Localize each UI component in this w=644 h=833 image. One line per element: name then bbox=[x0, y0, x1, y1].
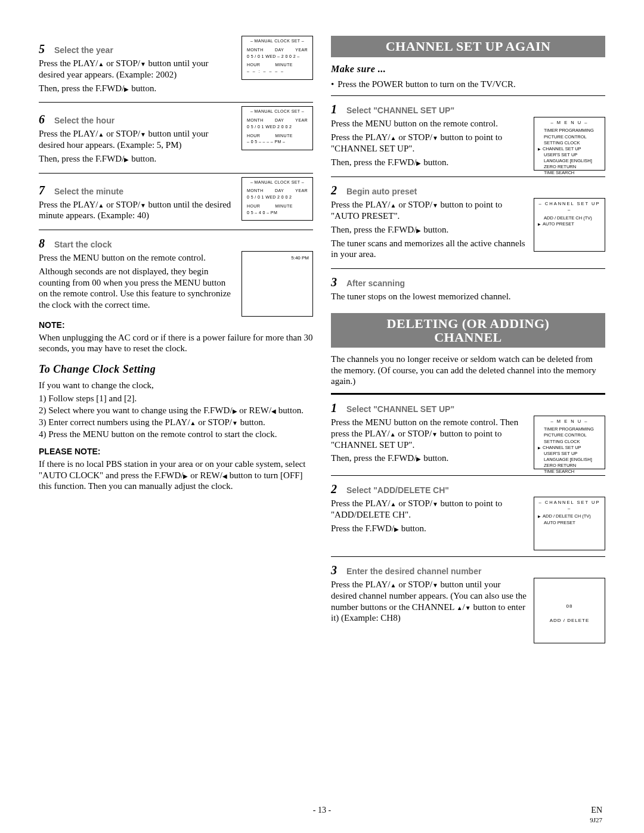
stop-down-icon: ▼ bbox=[232, 420, 238, 426]
menu-item: TIME SEARCH bbox=[538, 170, 601, 176]
play-up-icon: ▲ bbox=[98, 61, 104, 67]
please-note-body: If there is no local PBS station in your… bbox=[39, 459, 313, 492]
c1-text-1: Press the MENU button on the remote cont… bbox=[331, 118, 528, 129]
two-columns: 5 Select the year Press the PLAY/▲ or ST… bbox=[39, 36, 605, 643]
menu-item: CHANNEL SET UP bbox=[538, 146, 601, 152]
change-step-4: 4) Press the MENU button on the remote c… bbox=[39, 429, 313, 440]
menu-item: ZERO RETURN bbox=[538, 164, 601, 170]
d2-text-1: Press the PLAY/▲ or STOP/▼ button to poi… bbox=[331, 498, 528, 521]
lcd-title: – MANUAL CLOCK SET – bbox=[245, 39, 309, 44]
bullet-icon bbox=[331, 79, 334, 90]
menu-item: SETTING CLOCK bbox=[538, 439, 601, 445]
c1-menu-lcd: – M E N U – TIMER PROGRAMMINGPICTURE CON… bbox=[534, 117, 605, 171]
c1-number: 1 bbox=[331, 102, 342, 117]
d3-number: 3 bbox=[331, 563, 342, 578]
c2-text-3: The tuner scans and memorizes all the ac… bbox=[331, 238, 528, 261]
play-up-icon: ▲ bbox=[390, 135, 396, 141]
play-up-icon: ▲ bbox=[190, 420, 196, 426]
divider bbox=[39, 230, 313, 230]
step-6-number: 6 bbox=[39, 112, 49, 127]
stop-down-icon: ▼ bbox=[432, 203, 438, 209]
menu-item: TIME SEARCH bbox=[538, 469, 601, 475]
stop-down-icon: ▼ bbox=[140, 203, 146, 209]
play-up-icon: ▲ bbox=[390, 432, 396, 438]
rew-left-icon: ◀ bbox=[271, 408, 276, 414]
step-5-text-1: Press the PLAY/▲ or STOP/▼ button until … bbox=[39, 58, 236, 80]
c2-menu-lcd: – CHANNEL SET UP – ADD / DELETE CH (TV)A… bbox=[534, 198, 605, 252]
step-8-lcd: 5:40 PM bbox=[242, 251, 313, 317]
section-bar-deleting-adding: DELETING (OR ADDING) CHANNEL bbox=[331, 313, 605, 348]
menu-item: ADD / DELETE CH (TV) bbox=[538, 513, 601, 519]
menu-item: SETTING CLOCK bbox=[538, 140, 601, 146]
d3-title: Enter the desired channel number bbox=[346, 566, 481, 577]
c3-title: After scanning bbox=[346, 278, 405, 289]
d3-text: Press the PLAY/▲ or STOP/▼ button until … bbox=[331, 579, 528, 624]
note-heading: NOTE: bbox=[39, 320, 313, 331]
step-8-number: 8 bbox=[39, 236, 49, 251]
note-body: When unplugging the AC cord or if there … bbox=[39, 332, 313, 355]
page-language: EN bbox=[591, 805, 602, 816]
step-7-lcd: – MANUAL CLOCK SET – MONTHDAYYEAR 0 5 / … bbox=[242, 177, 313, 221]
d1-title: Select "CHANNEL SET UP" bbox=[346, 404, 454, 415]
c2-text-1: Press the PLAY/▲ or STOP/▼ button to poi… bbox=[331, 199, 528, 222]
c3-text: The tuner stops on the lowest memorized … bbox=[331, 291, 605, 302]
divider bbox=[331, 475, 605, 476]
d3-add-delete-label: ADD / DELETE bbox=[538, 618, 601, 624]
change-steps-list: 1) Follow steps [1] and [2]. 2) Select w… bbox=[39, 393, 313, 439]
please-note-heading: PLEASE NOTE: bbox=[39, 447, 313, 457]
d1-row: Press the MENU button on the remote cont… bbox=[331, 416, 605, 469]
menu-item: CHANNEL SET UP bbox=[538, 445, 601, 451]
step-6-lcd: – MANUAL CLOCK SET – MONTHDAYYEAR 0 5 / … bbox=[242, 106, 313, 150]
rew-left-icon: ◀ bbox=[222, 473, 227, 479]
d2-text-2: Press the F.FWD/▶ button. bbox=[331, 523, 528, 534]
step-8-text-1: Press the MENU button on the remote cont… bbox=[39, 252, 236, 264]
menu-item: ADD / DELETE CH (TV) bbox=[538, 215, 601, 221]
ffwd-right-icon: ▶ bbox=[394, 527, 399, 532]
step-5-row: 5 Select the year Press the PLAY/▲ or ST… bbox=[39, 36, 313, 96]
play-up-icon: ▲ bbox=[390, 583, 396, 589]
c2-row: Press the PLAY/▲ or STOP/▼ button to poi… bbox=[331, 198, 605, 262]
play-up-icon: ▲ bbox=[390, 501, 396, 507]
delete-intro: The channels you no longer receive or se… bbox=[331, 354, 605, 387]
stop-down-icon: ▼ bbox=[432, 583, 438, 589]
channel-down-icon: ▼ bbox=[465, 605, 471, 611]
step-5-head: 5 Select the year bbox=[39, 42, 236, 57]
make-sure-heading: Make sure ... bbox=[331, 63, 605, 75]
d2-number: 2 bbox=[331, 482, 342, 497]
step-7-text-1: Press the PLAY/▲ or STOP/▼ button until … bbox=[39, 199, 236, 222]
step-7-number: 7 bbox=[39, 183, 49, 198]
menu-item: TIMER PROGRAMMING bbox=[538, 128, 601, 134]
d1-text-1: Press the MENU button on the remote cont… bbox=[331, 417, 528, 450]
menu-item: ZERO RETURN bbox=[538, 463, 601, 469]
divider bbox=[39, 102, 313, 103]
stop-down-icon: ▼ bbox=[140, 132, 146, 138]
c2-text-2: Then, press the F.FWD/▶ button. bbox=[331, 224, 528, 236]
left-column: 5 Select the year Press the PLAY/▲ or ST… bbox=[39, 36, 313, 643]
d3-lcd: 08 ADD / DELETE bbox=[534, 578, 605, 643]
divider bbox=[331, 268, 605, 269]
d1-text-2: Then, press the F.FWD/▶ button. bbox=[331, 453, 528, 464]
divider bbox=[331, 176, 605, 177]
menu-item: LANGUAGE [ENGLISH] bbox=[538, 158, 601, 164]
divider bbox=[331, 95, 605, 96]
channel-up-icon: ▲ bbox=[457, 605, 463, 611]
section-bar-channel-setup: CHANNEL SET UP AGAIN bbox=[331, 36, 605, 57]
lcd-time: 5:40 PM bbox=[291, 255, 309, 261]
menu-item: LANGUAGE [ENGLISH] bbox=[538, 457, 601, 463]
d2-menu-lcd: – CHANNEL SET UP – ADD / DELETE CH (TV)A… bbox=[534, 497, 605, 550]
change-step-3: 3) Enter correct numbers using the PLAY/… bbox=[39, 417, 313, 428]
d1-number: 1 bbox=[331, 401, 342, 416]
step-6-text-2: Then, press the F.FWD/▶ button. bbox=[39, 153, 236, 165]
change-intro: If you want to change the clock, bbox=[39, 380, 313, 391]
step-5-lcd: – MANUAL CLOCK SET – MONTHDAYYEAR 0 5 / … bbox=[242, 36, 313, 80]
c2-title: Begin auto preset bbox=[346, 187, 417, 197]
divider bbox=[331, 556, 605, 557]
c1-text-2: Press the PLAY/▲ or STOP/▼ button to poi… bbox=[331, 132, 528, 154]
menu-item: TIMER PROGRAMMING bbox=[538, 426, 601, 432]
stop-down-icon: ▼ bbox=[432, 135, 438, 141]
page-number: - 13 - bbox=[0, 805, 644, 816]
step-8-title: Start the clock bbox=[54, 240, 112, 250]
step-5-title: Select the year bbox=[54, 45, 113, 56]
d2-title: Select "ADD/DELETE CH" bbox=[346, 485, 449, 496]
step-8-text-2: Although seconds are not displayed, they… bbox=[39, 266, 236, 311]
